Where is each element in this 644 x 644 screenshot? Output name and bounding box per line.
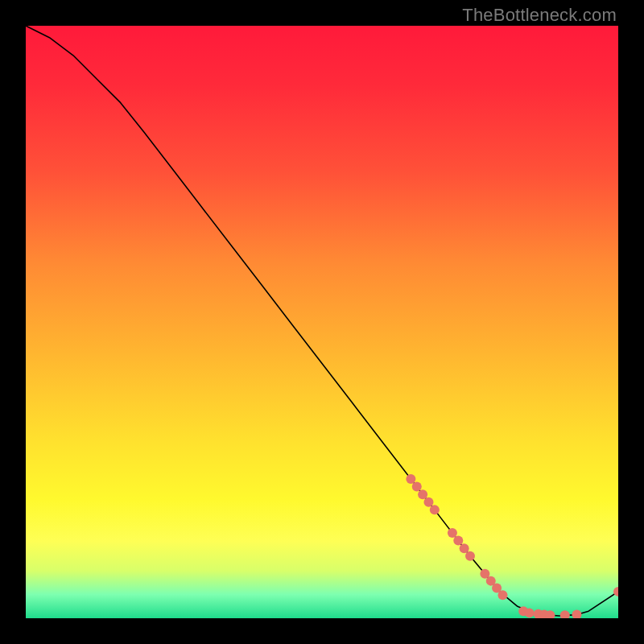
- chart-svg: [26, 26, 618, 618]
- marker-point: [423, 497, 433, 507]
- plot-area: [26, 26, 618, 618]
- marker-point: [560, 610, 570, 618]
- marker-point: [418, 489, 427, 499]
- marker-group: [406, 474, 618, 618]
- marker-point: [412, 482, 422, 492]
- chart-stage: TheBottleneck.com: [0, 0, 644, 644]
- marker-point: [572, 610, 581, 618]
- marker-point: [497, 590, 507, 600]
- marker-point: [430, 505, 440, 514]
- curve-line: [26, 26, 618, 616]
- marker-point: [453, 536, 463, 546]
- marker-point: [448, 528, 457, 538]
- marker-point: [460, 543, 469, 553]
- marker-point: [525, 608, 535, 617]
- marker-point: [406, 474, 415, 484]
- attribution-label: TheBottleneck.com: [462, 5, 617, 26]
- marker-point: [465, 551, 475, 561]
